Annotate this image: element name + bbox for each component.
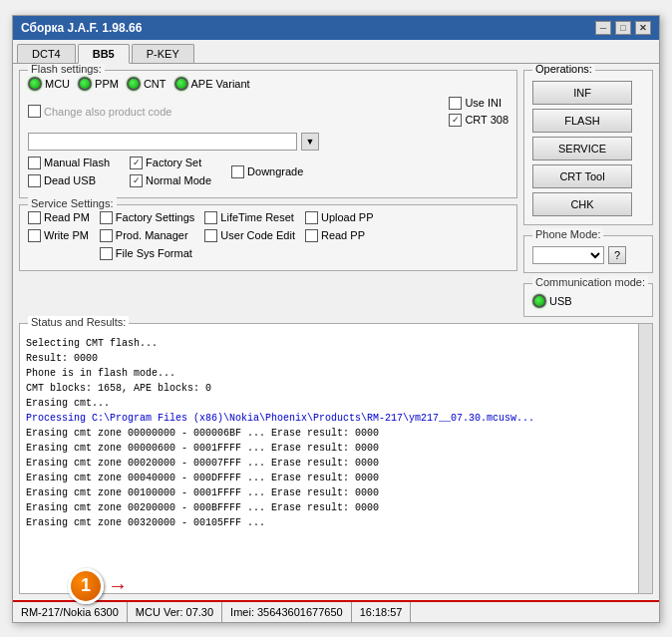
status-text-area[interactable]: Selecting CMT flash... Result: 0000 Phon…	[20, 324, 652, 593]
tab-dct4[interactable]: DCT4	[17, 44, 76, 63]
top-section: Flash settings: MCU PPM CN	[13, 64, 659, 323]
device-segment: RM-217/Nokia 6300	[13, 602, 128, 622]
downgrade-container: Downgrade	[231, 157, 303, 189]
flash-button[interactable]: FLASH	[532, 109, 632, 133]
status-line-5: Processing C:\Program Files (x86)\Nokia\…	[26, 411, 646, 426]
downgrade-checkbox[interactable]	[231, 165, 244, 178]
lifetime-reset-checkbox[interactable]	[204, 211, 217, 224]
downgrade-item[interactable]: Downgrade	[231, 165, 303, 178]
usb-radio-indicator	[532, 294, 546, 308]
normal-mode-label: Normal Mode	[146, 174, 211, 186]
maximize-button[interactable]: □	[615, 21, 631, 35]
manual-flash-checkbox[interactable]	[28, 157, 41, 169]
status-scrollbar[interactable]	[638, 324, 652, 593]
phone-mode-group: Phone Mode: ?	[523, 235, 653, 273]
write-pm-item[interactable]: Write PM	[28, 229, 90, 242]
read-pp-checkbox[interactable]	[305, 229, 318, 242]
factory-settings-label: Factory Settings	[116, 211, 194, 223]
change-code-checkbox-item[interactable]: Change also product code	[28, 105, 171, 118]
read-pm-checkbox[interactable]	[28, 211, 41, 224]
user-code-edit-item[interactable]: User Code Edit	[204, 229, 295, 242]
factory-set-checkbox[interactable]	[130, 157, 143, 169]
tab-pkey[interactable]: P-KEY	[132, 44, 194, 63]
mcu-ver-label: MCU Ver: 07.30	[136, 606, 213, 618]
normal-mode-checkbox[interactable]	[130, 174, 143, 187]
time-segment: 16:18:57	[352, 602, 412, 622]
normal-mode-item[interactable]: Normal Mode	[130, 174, 211, 187]
service-col3: LifeTime Reset User Code Edit	[204, 211, 295, 262]
service-button[interactable]: SERVICE	[532, 137, 632, 160]
product-code-row: Change also product code Use INI CRT 308	[28, 97, 508, 129]
crt308-label: CRT 308	[465, 114, 508, 126]
factory-settings-item[interactable]: Factory Settings	[100, 211, 194, 224]
crt308-checkbox[interactable]	[449, 114, 462, 127]
question-button[interactable]: ?	[608, 246, 626, 264]
write-pm-checkbox[interactable]	[28, 229, 41, 242]
cnt-label: CNT	[144, 78, 167, 90]
ppm-radio[interactable]: PPM	[78, 77, 119, 91]
status-line-0: Selecting CMT flash...	[26, 336, 646, 351]
file-sys-format-item[interactable]: File Sys Format	[100, 247, 194, 260]
comm-mode-label: Communication mode:	[532, 276, 648, 288]
manual-flash-item[interactable]: Manual Flash	[28, 157, 110, 169]
read-pp-label: Read PP	[321, 229, 365, 241]
flash-settings-row: MCU PPM CNT APE Variant	[28, 77, 508, 91]
ini-right-checks: Use INI CRT 308	[449, 97, 508, 129]
middle-options: Factory Set Normal Mode	[130, 157, 211, 189]
factory-settings-checkbox[interactable]	[100, 211, 113, 224]
dead-usb-item[interactable]: Dead USB	[28, 174, 110, 187]
prod-manager-checkbox[interactable]	[100, 229, 113, 242]
cnt-radio[interactable]: CNT	[127, 77, 167, 91]
device-label: RM-217/Nokia 6300	[21, 606, 119, 618]
crt308-item[interactable]: CRT 308	[449, 114, 508, 127]
change-code-label: Change also product code	[44, 106, 171, 118]
use-ini-item[interactable]: Use INI	[449, 97, 508, 110]
status-line-2: Phone is in flash mode...	[26, 366, 646, 381]
file-sys-format-checkbox[interactable]	[100, 247, 113, 260]
mcu-ver-segment: MCU Ver: 07.30	[128, 602, 222, 622]
usb-radio-item[interactable]: USB	[532, 294, 644, 308]
dead-usb-label: Dead USB	[44, 174, 96, 186]
user-code-edit-checkbox[interactable]	[204, 229, 217, 242]
minimize-button[interactable]: ─	[595, 21, 611, 35]
left-options: Manual Flash Dead USB	[28, 157, 110, 189]
close-button[interactable]: ✕	[635, 21, 651, 35]
upload-pp-checkbox[interactable]	[305, 211, 318, 224]
user-code-edit-label: User Code Edit	[220, 229, 295, 241]
dead-usb-checkbox[interactable]	[28, 174, 41, 187]
file-sys-format-label: File Sys Format	[116, 247, 192, 259]
inf-button[interactable]: INF	[532, 81, 632, 105]
service-col2: Factory Settings Prod. Manager File Sys …	[100, 211, 194, 262]
service-col1: Read PM Write PM	[28, 211, 90, 262]
ape-variant-radio[interactable]: APE Variant	[174, 77, 250, 91]
mcu-radio[interactable]: MCU	[28, 77, 70, 91]
read-pm-label: Read PM	[44, 211, 90, 223]
service-col4: Upload PP Read PP	[305, 211, 374, 262]
crt-tool-button[interactable]: CRT Tool	[532, 164, 632, 188]
prod-manager-item[interactable]: Prod. Manager	[100, 229, 194, 242]
mcu-radio-indicator	[28, 77, 42, 91]
write-pm-label: Write PM	[44, 229, 89, 241]
product-code-input[interactable]	[28, 133, 297, 151]
status-line-3: CMT blocks: 1658, APE blocks: 0	[26, 381, 646, 396]
service-settings-group: Service Settings: Read PM Write PM	[19, 204, 517, 271]
read-pp-item[interactable]: Read PP	[305, 229, 374, 242]
text-input-row: ▼	[28, 133, 508, 151]
product-code-dropdown[interactable]: ▼	[301, 133, 319, 151]
factory-set-item[interactable]: Factory Set	[130, 157, 211, 169]
upload-pp-item[interactable]: Upload PP	[305, 211, 374, 224]
tab-bb5[interactable]: BB5	[78, 44, 130, 64]
red-arrow-icon: →	[108, 574, 128, 597]
read-pm-item[interactable]: Read PM	[28, 211, 90, 224]
operations-label: Operations:	[532, 64, 595, 75]
chk-button[interactable]: CHK	[532, 192, 632, 216]
use-ini-checkbox[interactable]	[449, 97, 462, 110]
indicator-container: 1 →	[68, 568, 128, 604]
mcu-label: MCU	[45, 78, 70, 90]
lifetime-reset-item[interactable]: LifeTime Reset	[204, 211, 295, 224]
flash-settings-label: Flash settings:	[28, 64, 105, 75]
downgrade-label: Downgrade	[247, 165, 303, 177]
change-code-checkbox[interactable]	[28, 105, 41, 118]
status-line-9: Erasing cmt zone 00040000 - 000DFFFF ...…	[26, 471, 646, 485]
phone-mode-dropdown[interactable]	[532, 246, 604, 264]
